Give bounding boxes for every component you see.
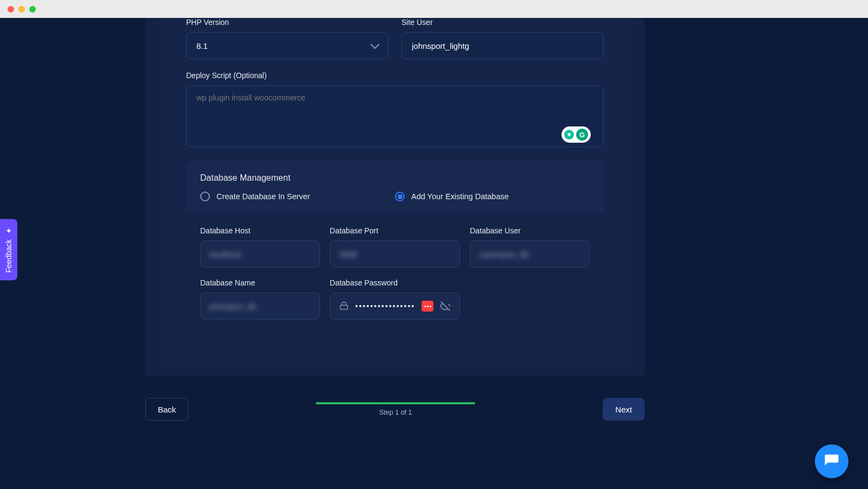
wizard-footer: Back Step 1 of 1 Next <box>145 398 644 421</box>
window-maximize-icon[interactable] <box>29 6 36 12</box>
step-text: Step 1 of 1 <box>379 409 412 416</box>
deploy-script-textarea[interactable] <box>186 85 604 147</box>
eye-off-icon[interactable] <box>440 301 451 312</box>
password-manager-icon[interactable] <box>422 301 433 312</box>
radio-selected-icon <box>395 192 405 201</box>
site-user-field[interactable] <box>412 41 593 50</box>
php-version-value: 8.1 <box>196 41 208 50</box>
radio-icon <box>200 192 210 201</box>
database-management-title: Database Management <box>200 173 590 183</box>
key-icon <box>339 301 349 311</box>
db-port-input[interactable]: 3306 <box>330 240 460 268</box>
database-management-section: Database Management Create Database In S… <box>186 161 604 336</box>
window-minimize-icon[interactable] <box>18 6 25 12</box>
deploy-script-label: Deploy Script (Optional) <box>186 71 604 80</box>
php-version-select[interactable]: 8.1 <box>186 32 388 59</box>
site-user-label: Site User <box>401 18 604 27</box>
db-host-label: Database Host <box>200 226 320 235</box>
db-user-input[interactable]: username_db <box>470 240 590 268</box>
step-indicator: Step 1 of 1 <box>188 402 603 416</box>
window-close-icon[interactable] <box>8 6 14 12</box>
sparkle-icon: ✦ <box>4 226 13 235</box>
grammarly-bulb-icon: ♥ <box>564 130 574 139</box>
chat-button[interactable] <box>815 444 848 478</box>
radio-create-in-server[interactable]: Create Database In Server <box>200 192 395 201</box>
db-password-label: Database Password <box>330 278 460 287</box>
db-user-value: username_db <box>479 250 529 259</box>
chat-icon <box>824 453 840 469</box>
grammarly-widget[interactable]: ♥ G <box>561 126 591 143</box>
progress-bar <box>316 402 475 404</box>
php-version-label: PHP Version <box>186 18 388 27</box>
grammarly-logo-icon: G <box>576 129 588 141</box>
chevron-down-icon <box>371 40 380 49</box>
db-name-value: johnsport_db <box>209 302 257 311</box>
back-button[interactable]: Back <box>145 398 188 421</box>
mac-titlebar <box>0 0 868 18</box>
db-host-value: localhost <box>209 250 241 259</box>
db-user-label: Database User <box>470 226 590 235</box>
db-password-value: •••••••••••••••• <box>355 302 415 310</box>
feedback-label: Feedback <box>4 239 13 272</box>
back-button-label: Back <box>158 405 176 414</box>
next-button-label: Next <box>615 405 632 414</box>
radio-add-existing[interactable]: Add Your Existing Database <box>395 192 590 201</box>
db-host-input[interactable]: localhost <box>200 240 320 268</box>
db-name-label: Database Name <box>200 278 320 287</box>
next-button[interactable]: Next <box>603 398 644 421</box>
radio-existing-label: Add Your Existing Database <box>411 192 509 201</box>
db-port-label: Database Port <box>330 226 460 235</box>
radio-create-label: Create Database In Server <box>216 192 310 201</box>
site-user-input[interactable] <box>401 32 604 59</box>
feedback-tab[interactable]: Feedback ✦ <box>0 219 17 280</box>
form-card: PHP Version 8.1 Site User Deploy Script … <box>145 18 644 377</box>
db-port-value: 3306 <box>339 250 357 259</box>
svg-rect-0 <box>340 306 348 310</box>
db-name-input[interactable]: johnsport_db <box>200 293 320 320</box>
db-password-input[interactable]: •••••••••••••••• <box>330 293 460 320</box>
